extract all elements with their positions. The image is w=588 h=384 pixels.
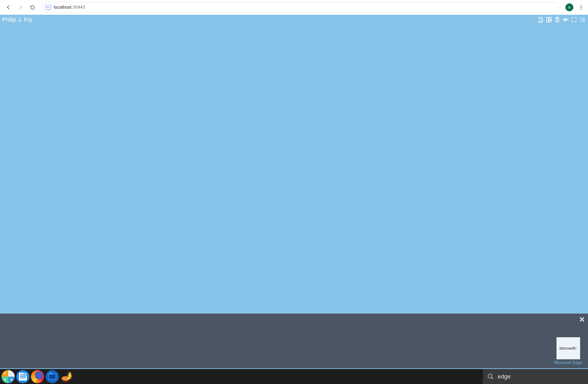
fullscreen-icon[interactable] [571,16,578,23]
search-result-tile[interactable]: microsoft- [556,337,580,359]
clipboard-icon[interactable] [554,16,561,23]
remote-desktop-header: Philip J. Fry [0,16,588,24]
svg-rect-2 [549,20,551,22]
taskbar-app-lamp[interactable]: 🪔 [60,370,74,384]
menu-list-icon[interactable] [579,16,586,23]
close-icon[interactable] [579,316,585,324]
layout-grid-icon[interactable] [545,16,552,23]
profile-avatar[interactable]: A [565,3,573,11]
svg-rect-0 [547,17,548,22]
taskbar-search-input[interactable] [498,373,584,380]
remote-user-name: Philip J. Fry [2,16,32,23]
search-result-label[interactable]: Microsoft Edge [554,360,582,365]
svg-point-5 [580,19,581,20]
taskbar-app-files[interactable] [45,370,59,384]
svg-rect-1 [549,17,551,19]
svg-point-7 [488,374,492,378]
back-button[interactable] [4,3,13,12]
launcher-quadrant-4: 8 [8,377,15,383]
forward-button [16,3,25,12]
genie-lamp-icon: 🪔 [61,372,73,382]
search-icon [487,373,494,380]
taskbar-app-documents[interactable] [16,370,30,384]
launcher-quadrant-3: 4 [2,377,8,383]
svg-point-6 [580,21,581,22]
launcher-quadrant-2 [8,370,15,377]
reload-button[interactable] [28,3,37,12]
volume-muted-icon[interactable] [562,16,569,23]
remote-desktop-wallpaper[interactable]: Philip J. Fry [0,15,588,314]
address-bar[interactable]: abc localhost:30443 [41,2,560,13]
svg-point-4 [580,18,581,19]
site-info-icon[interactable]: abc [45,5,51,10]
taskbar: 2 4 8 🪔 [0,368,588,384]
url-port: :30443 [71,5,85,10]
url-host: localhost [54,5,71,10]
start-search-panel: microsoft- Microsoft Edge [0,314,588,368]
browser-toolbar: abc localhost:30443 A [0,0,588,15]
launcher-quadrant-1: 2 [2,370,8,377]
taskbar-app-firefox[interactable] [30,370,45,384]
page-viewport: Philip J. Fry [0,15,588,384]
taskbar-search[interactable] [483,369,588,384]
print-icon[interactable] [537,16,544,23]
app-launcher-button[interactable]: 2 4 8 [1,370,15,384]
search-result-item[interactable]: microsoft- Microsoft Edge [554,337,582,365]
browser-menu-button[interactable] [578,5,584,10]
